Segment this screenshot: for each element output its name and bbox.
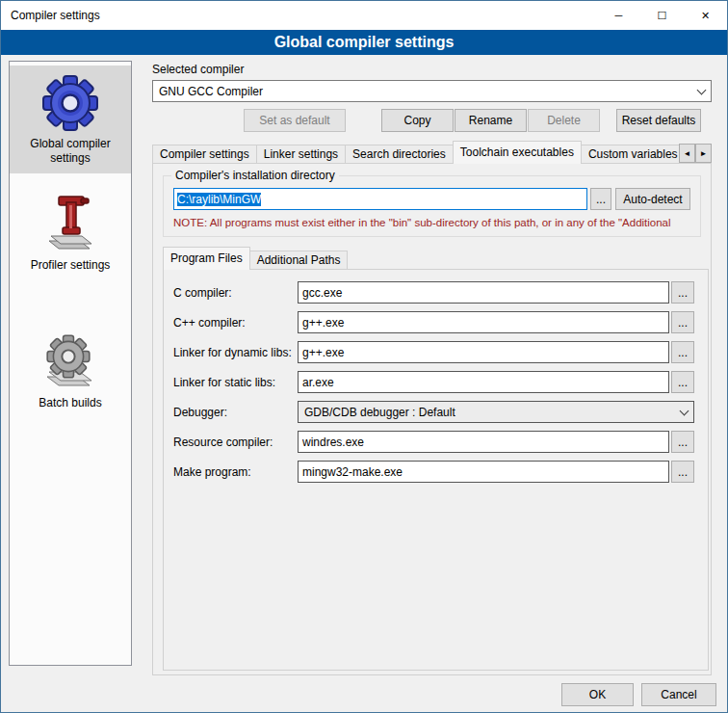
c-compiler-label: C compiler: [173,286,298,300]
settings-tabstrip: Compiler settings Linker settings Search… [152,141,712,164]
browse-cpp-compiler-button[interactable]: ... [671,311,694,333]
debugger-select-value: GDB/CDB debugger : Default [304,406,681,419]
tab-scroll-right-icon[interactable]: ► [695,144,712,163]
reset-defaults-button[interactable]: Reset defaults [616,109,701,132]
installation-directory-row: C:\raylib\MinGW ... Auto-detect [173,188,690,210]
field-row-resource-compiler: Resource compiler: ... [173,431,694,453]
program-files-panel: C compiler: ... C++ compiler: ... Linker… [163,269,709,671]
sidebar-label: Profiler settings [31,258,111,273]
browse-resource-compiler-button[interactable]: ... [671,431,694,453]
field-row-c-compiler: C compiler: ... [173,281,694,304]
installation-directory-group: Compiler's installation directory C:\ray… [163,175,701,237]
gear-blue-icon [39,71,101,133]
field-row-cpp-compiler: C++ compiler: ... [173,311,694,333]
field-row-linker-static: Linker for static libs: ... [173,371,694,393]
linker-static-input[interactable] [298,371,669,393]
chevron-down-icon [680,406,689,415]
selected-compiler-label: Selected compiler [152,63,244,76]
installation-directory-input[interactable]: C:\raylib\MinGW [173,188,587,210]
field-row-linker-dynamic: Linker for dynamic libs: ... [173,341,694,363]
make-program-input[interactable] [298,461,669,483]
close-button[interactable]: ✕ [684,1,727,30]
compiler-settings-dialog: Compiler settings ─ ☐ ✕ Global compiler … [0,0,728,713]
browse-linker-static-button[interactable]: ... [671,371,694,393]
tab-scroll-left-icon[interactable]: ◄ [679,144,695,163]
resource-compiler-label: Resource compiler: [173,436,298,449]
debugger-label: Debugger: [173,406,298,419]
field-row-make-program: Make program: ... [173,461,694,483]
browse-linker-dynamic-button[interactable]: ... [671,341,694,363]
compiler-select[interactable]: GNU GCC Compiler [152,80,712,102]
tab-program-files[interactable]: Program Files [163,247,250,270]
auto-detect-button[interactable]: Auto-detect [615,188,690,210]
sidebar-label: Batch builds [39,396,101,410]
tab-scroll-buttons: ◄ ► [679,144,712,163]
sidebar-label: Global compiler settings [13,137,127,166]
sidebar-item-global-compiler-settings[interactable]: Global compiler settings [10,66,131,173]
tab-linker-settings[interactable]: Linker settings [256,145,346,164]
tabs-clip: Compiler settings Linker settings Search… [152,141,681,164]
chevron-down-icon [697,85,707,94]
sidebar-item-profiler-settings[interactable]: Profiler settings [10,187,131,280]
linker-dynamic-input[interactable] [298,341,669,363]
cpp-compiler-input[interactable] [298,311,669,333]
toolchain-executables-panel: Compiler's installation directory C:\ray… [152,163,712,675]
tab-toolchain-executables[interactable]: Toolchain executables [453,141,582,164]
linker-static-label: Linker for static libs: [173,376,298,389]
browse-c-compiler-button[interactable]: ... [671,281,694,304]
debugger-select[interactable]: GDB/CDB debugger : Default [298,401,694,423]
window-controls: ─ ☐ ✕ [597,1,727,30]
page-title: Global compiler settings [1,30,727,55]
linker-dynamic-label: Linker for dynamic libs: [173,346,298,359]
browse-directory-button[interactable]: ... [590,188,611,210]
compiler-select-value: GNU GCC Compiler [159,85,698,98]
copy-button[interactable]: Copy [381,109,454,132]
field-row-debugger: Debugger: GDB/CDB debugger : Default [173,401,694,423]
sidebar-item-batch-builds[interactable]: Batch builds [10,325,131,418]
browse-make-program-button[interactable]: ... [671,461,694,483]
program-tabstrip: Program Files Additional Paths [163,247,348,270]
tab-compiler-settings[interactable]: Compiler settings [152,145,257,164]
delete-button[interactable]: Delete [528,109,600,132]
titlebar[interactable]: Compiler settings ─ ☐ ✕ [1,1,727,30]
minimize-button[interactable]: ─ [597,1,640,30]
resource-compiler-input[interactable] [298,431,669,453]
maximize-button[interactable]: ☐ [640,1,684,30]
make-program-label: Make program: [173,465,298,479]
ok-button[interactable]: OK [561,683,634,706]
installation-directory-group-title: Compiler's installation directory [171,169,339,182]
c-compiler-input[interactable] [298,281,669,304]
bin-subdirectory-note: NOTE: All programs must exist either in … [173,217,712,228]
tab-additional-paths[interactable]: Additional Paths [249,251,349,270]
cpp-compiler-label: C++ compiler: [173,316,298,330]
tab-search-directories[interactable]: Search directories [345,145,454,164]
set-as-default-button[interactable]: Set as default [244,109,346,132]
tab-custom-variables[interactable]: Custom variables [581,145,681,164]
compiler-actions: Set as default Copy Rename Delete Reset … [152,109,712,132]
settings-category-sidebar: Global compiler settings [9,61,132,666]
window-title: Compiler settings [1,9,100,22]
cancel-button[interactable]: Cancel [641,683,716,706]
gear-gray-icon [39,330,101,392]
profiler-clamp-icon [39,193,101,254]
installation-directory-value: C:\raylib\MinGW [177,193,261,206]
rename-button[interactable]: Rename [455,109,527,132]
